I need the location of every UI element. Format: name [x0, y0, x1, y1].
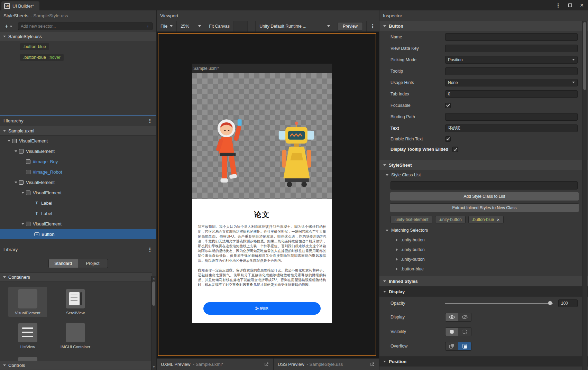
preview-toggle-button[interactable]: Preview [338, 22, 363, 30]
expand-arrow-icon[interactable] [396, 239, 398, 241]
expand-arrow-icon[interactable] [21, 223, 24, 225]
foldout-arrow-icon[interactable] [3, 130, 6, 132]
hierarchy-item-image-robot[interactable]: #image_Robot [0, 167, 156, 177]
button-section-header[interactable]: Button [379, 21, 588, 31]
foldout-arrow-icon[interactable] [383, 361, 386, 362]
foldout-arrow-icon[interactable] [383, 25, 386, 27]
hierarchy-item-visualelement[interactable]: VisualElement [0, 219, 156, 229]
display-none-button[interactable] [458, 313, 471, 322]
matching-selectors-header[interactable]: Matching Selectors [379, 225, 588, 235]
canvas-workspace[interactable]: Sample.uxml* [157, 32, 379, 358]
foldout-arrow-icon[interactable] [3, 364, 6, 366]
hierarchy-menu-icon[interactable]: ⋮ [147, 118, 153, 123]
foldout-arrow-icon[interactable] [383, 164, 386, 166]
style-class-list-header[interactable]: Style Class List [379, 170, 588, 180]
scroll-up-icon[interactable]: ▲ [151, 277, 156, 280]
inlined-styles-section-header[interactable]: Inlined Styles [379, 276, 588, 286]
stylesheet-root-row[interactable]: SampleStyle.uss [0, 32, 156, 41]
hierarchy-item-label[interactable]: T Label [0, 198, 156, 208]
scrollbar-thumb[interactable] [152, 281, 155, 306]
focusable-checkbox[interactable] [445, 103, 451, 108]
add-selector-plus-button[interactable]: + [2, 22, 15, 30]
enable-rich-text-checkbox[interactable] [445, 136, 451, 142]
scrollbar-thumb[interactable] [583, 22, 586, 90]
foldout-arrow-icon[interactable] [3, 36, 6, 37]
expand-arrow-icon[interactable] [8, 140, 10, 142]
external-link-icon[interactable] [264, 362, 269, 367]
expand-arrow-icon[interactable] [396, 268, 398, 270]
expand-arrow-icon[interactable] [15, 182, 17, 183]
foldout-arrow-icon[interactable] [3, 276, 6, 278]
picking-mode-dropdown[interactable]: Position [445, 56, 578, 64]
class-pill-unity-text-element[interactable]: .unity-text-element [391, 216, 432, 223]
foldout-arrow-icon[interactable] [383, 280, 386, 282]
expand-arrow-icon[interactable] [21, 192, 24, 194]
canvas-document-titlebar[interactable]: Sample.uxml* [192, 64, 332, 73]
style-class-input[interactable] [391, 181, 578, 189]
hierarchy-root-row[interactable]: Sample.uxml [0, 126, 156, 136]
zoom-dropdown[interactable]: 25% [177, 21, 205, 31]
scroll-down-icon[interactable]: ▼ [151, 366, 156, 369]
display-section-header[interactable]: Display [379, 286, 588, 297]
expand-arrow-icon[interactable] [15, 150, 17, 152]
library-scrollbar[interactable]: ▲ ▼ [151, 276, 156, 370]
hierarchy-item-visualelement[interactable]: VisualElement [0, 136, 156, 146]
foldout-arrow-icon[interactable] [386, 230, 388, 231]
matching-selector-row[interactable]: .button-blue [379, 264, 588, 274]
maximize-icon[interactable] [568, 3, 572, 7]
hierarchy-item-visualelement[interactable]: VisualElement [0, 146, 156, 156]
hierarchy-item-button[interactable]: Button [0, 229, 156, 239]
remove-class-icon[interactable]: ✕ [497, 218, 499, 222]
canvas-document[interactable]: Sample.uxml* [192, 64, 332, 323]
hierarchy-item-image-boy[interactable]: #image_Boy [0, 156, 156, 167]
hierarchy-item-visualelement[interactable]: VisualElement [0, 187, 156, 198]
uss-selector-row[interactable]: .button-blue [0, 41, 156, 52]
uss-selector-row[interactable]: .button-blue :hover [0, 52, 156, 63]
selector-field-menu-icon[interactable]: ⋮ [146, 24, 150, 29]
usage-hints-dropdown[interactable]: None [445, 79, 578, 86]
slider-handle[interactable] [548, 301, 552, 305]
extract-inlined-styles-button[interactable]: Extract Inlined Styles to New Class [390, 203, 579, 212]
expand-arrow-icon[interactable] [396, 248, 398, 251]
canvas-transparent-region[interactable] [192, 73, 332, 199]
matching-selector-row[interactable]: .unity-button [379, 255, 588, 264]
matching-selector-row[interactable]: .unity-button [379, 245, 588, 255]
close-icon[interactable]: ✕ [580, 2, 584, 8]
overflow-hidden-button[interactable] [458, 342, 471, 351]
tab-index-input[interactable]: 0 [445, 90, 578, 98]
window-menu-icon[interactable]: ⋮ [555, 3, 561, 8]
library-item-listview[interactable]: ListView [8, 321, 47, 351]
class-pill-unity-button[interactable]: .unity-button [435, 216, 466, 223]
containers-section-header[interactable]: Containers [0, 272, 152, 282]
add-selector-input[interactable]: Add new selector... ⋮ [18, 22, 153, 30]
tab-project[interactable]: Project [78, 259, 108, 268]
class-pill-button-blue[interactable]: .button-blue ✕ [468, 216, 504, 223]
library-item-visualelement[interactable]: VisualElement [8, 287, 47, 317]
display-flex-button[interactable] [445, 313, 458, 322]
canvas-blue-button[interactable]: 坏的呢 [203, 302, 321, 315]
inspector-scrollbar[interactable] [582, 21, 587, 370]
library-menu-icon[interactable]: ⋮ [147, 247, 153, 252]
uss-preview-bar[interactable]: USS Preview - SampleStyle.uss [274, 359, 379, 370]
opacity-slider[interactable] [445, 299, 553, 307]
foldout-arrow-icon[interactable] [386, 174, 388, 176]
tab-standard[interactable]: Standard [48, 259, 78, 268]
boy-image[interactable] [208, 112, 249, 195]
overflow-visible-button[interactable] [445, 342, 458, 351]
canvas-content-region[interactable]: 论文 我不敢苟同。我个人认为这个意大利面就应该拌42号混凝土。因为这个螺丝钉的长… [192, 199, 332, 323]
viewport-menu-icon[interactable]: ⋮ [370, 24, 375, 29]
window-tab[interactable]: UI UI Builder* [1, 1, 39, 10]
binding-path-input[interactable] [445, 113, 578, 121]
uxml-preview-bar[interactable]: UXML Preview - Sample.uxml* [157, 359, 274, 370]
controls-section-header[interactable]: Controls [0, 361, 152, 370]
expand-arrow-icon[interactable] [396, 258, 398, 261]
library-item-imgui-container[interactable]: IMGUI Container [56, 321, 95, 351]
external-link-icon[interactable] [370, 362, 375, 367]
tooltip-input[interactable] [445, 67, 578, 75]
visibility-visible-button[interactable] [445, 327, 458, 336]
library-item-scrollview[interactable]: ScrollView [56, 287, 95, 317]
display-tooltip-checkbox[interactable] [452, 147, 458, 152]
foldout-arrow-icon[interactable] [383, 291, 386, 293]
robot-image[interactable] [277, 117, 317, 195]
position-section-header[interactable]: Position [379, 356, 588, 367]
